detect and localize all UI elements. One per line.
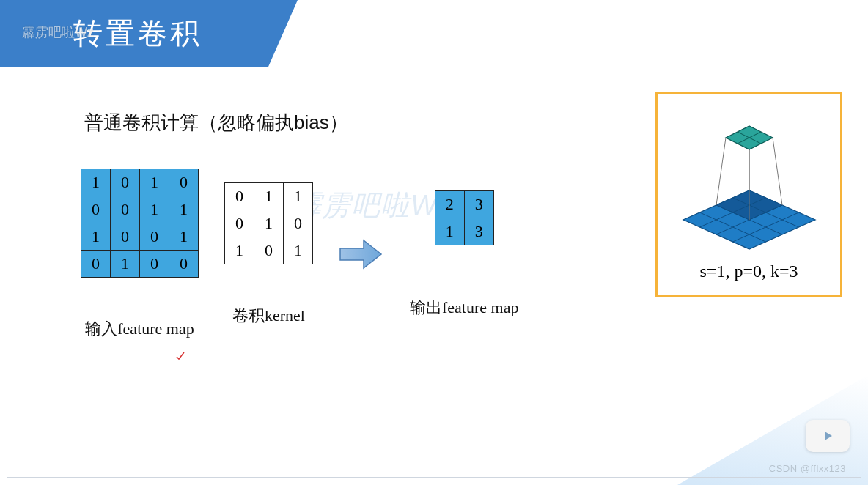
input-matrix: 1 0 1 0 0 0 1 1 1 0 0 1 0 1 0 0 (81, 169, 199, 278)
section-subtitle: 普通卷积计算（忽略偏执bias） (84, 110, 348, 136)
cell: 3 (464, 190, 493, 218)
footer-watermark: CSDN @fflxx123 (769, 463, 846, 474)
cell: 0 (140, 223, 169, 251)
bottom-divider (7, 477, 861, 478)
cell: 1 (111, 251, 140, 278)
cell: 2 (435, 190, 464, 218)
svg-line-10 (773, 138, 782, 205)
cell: 0 (140, 251, 169, 278)
right-caption: s=1, p=0, k=3 (700, 262, 798, 281)
cell: 0 (111, 169, 140, 196)
cell: 0 (225, 210, 254, 237)
cell: 1 (169, 196, 199, 223)
cell: 1 (435, 218, 464, 245)
output-matrix: 2 3 1 3 (435, 190, 494, 245)
svg-line-9 (716, 138, 726, 205)
cell: 1 (81, 169, 111, 196)
cell: 1 (169, 223, 199, 251)
input-label: 输入feature map (85, 318, 194, 340)
kernel-label: 卷积kernel (232, 305, 305, 327)
cell: 1 (140, 169, 169, 196)
cell: 0 (111, 196, 140, 223)
cell: 0 (284, 210, 313, 237)
cell: 3 (464, 218, 493, 245)
cell: 1 (81, 223, 111, 251)
cell: 0 (169, 251, 199, 278)
input-column: 1 0 1 0 0 0 1 1 1 0 0 1 0 1 0 0 (81, 169, 199, 340)
cell: 0 (81, 196, 111, 223)
cell: 1 (254, 182, 284, 210)
cell: 0 (169, 169, 199, 196)
play-icon (820, 429, 835, 443)
cell: 0 (225, 182, 254, 210)
right-illustration-box: s=1, p=0, k=3 (655, 92, 842, 297)
cell: 0 (81, 251, 111, 278)
svg-marker-16 (825, 432, 832, 440)
cell: 1 (284, 182, 313, 210)
output-column: 2 3 1 3 输出feature map (410, 190, 518, 319)
cell: 1 (254, 210, 284, 237)
arrow-right-icon (339, 236, 384, 273)
cell: 0 (111, 223, 140, 251)
cell: 1 (225, 237, 254, 264)
convolution-row: 1 0 1 0 0 0 1 1 1 0 0 1 0 1 0 0 (81, 169, 518, 340)
watermark-top-left: 霹雳吧啦Wz (22, 23, 94, 41)
cell: 1 (140, 196, 169, 223)
svg-marker-0 (340, 240, 381, 268)
transpose-conv-3d-icon (669, 110, 830, 253)
output-label: 输出feature map (410, 297, 518, 319)
cell: 0 (254, 237, 284, 264)
kernel-matrix: 0 1 1 0 1 0 1 0 1 (224, 182, 313, 264)
cell: 1 (284, 237, 313, 264)
red-mark-icon (176, 352, 185, 360)
kernel-column: 0 1 1 0 1 0 1 0 1 卷积kernel (224, 182, 313, 327)
video-play-badge[interactable] (806, 420, 850, 452)
